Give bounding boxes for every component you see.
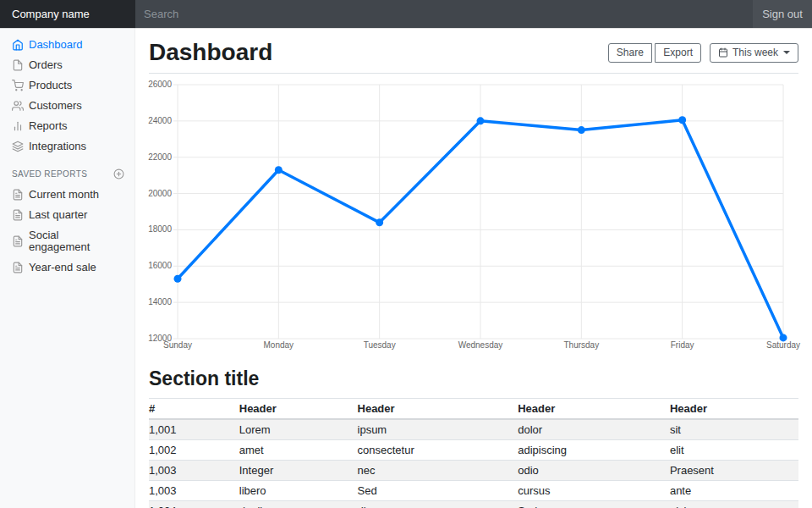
file-text-icon — [12, 235, 24, 247]
sidebar-item-integrations[interactable]: Integrations — [0, 136, 134, 157]
data-table: #HeaderHeaderHeaderHeader 1,001Loremipsu… — [149, 398, 798, 508]
table-cell: 1,004 — [149, 501, 239, 508]
toolbar: Share Export This week — [608, 43, 798, 63]
sidebar-item-year-end-sale[interactable]: Year-end sale — [0, 257, 134, 278]
sidebar-item-customers[interactable]: Customers — [0, 96, 134, 116]
table-cell: consectetur — [358, 440, 518, 461]
shopping-cart-icon — [12, 80, 24, 91]
svg-text:Sunday: Sunday — [163, 340, 192, 350]
sidebar-item-products[interactable]: Products — [0, 75, 134, 96]
table-header-cell: Header — [358, 399, 518, 420]
table-cell: 1,003 — [149, 481, 239, 501]
svg-text:Thursday: Thursday — [563, 340, 599, 350]
svg-text:Friday: Friday — [671, 340, 694, 350]
table-cell: adipiscing — [518, 440, 670, 461]
main-content: Dashboard Share Export This week 1200014… — [135, 28, 812, 508]
table-cell: 1,003 — [149, 461, 239, 481]
sign-out-link[interactable]: Sign out — [753, 0, 812, 28]
sidebar-item-social-engagement[interactable]: Social engagement — [0, 225, 134, 257]
table-cell: cursus — [518, 481, 670, 501]
svg-text:Monday: Monday — [264, 340, 294, 350]
table-row: 1,003IntegernecodioPraesent — [149, 461, 798, 481]
table-cell: ante — [670, 481, 798, 501]
chart-container: 1200014000160001800020000220002400026000… — [149, 79, 798, 354]
svg-text:22000: 22000 — [148, 152, 172, 162]
page-header: Dashboard Share Export This week — [149, 28, 798, 74]
svg-text:16000: 16000 — [148, 261, 172, 270]
table-cell: elit — [670, 440, 798, 461]
sidebar-item-dashboard[interactable]: Dashboard — [0, 35, 134, 55]
sidebar-item-label: Social engagement — [29, 229, 123, 253]
sidebar-item-reports[interactable]: Reports — [0, 116, 134, 136]
table-cell: Praesent — [670, 461, 798, 481]
table-header-cell: Header — [670, 399, 798, 420]
bar-chart-icon — [12, 120, 24, 132]
sidebar-item-last-quarter[interactable]: Last quarter — [0, 205, 134, 225]
svg-text:Wednesday: Wednesday — [458, 340, 503, 350]
sidebar-item-label: Products — [29, 80, 72, 91]
table-cell: Sed — [358, 481, 518, 501]
table-header-cell: Header — [518, 399, 670, 420]
chevron-down-icon — [783, 51, 790, 54]
sidebar-item-label: Customers — [29, 100, 82, 112]
sidebar-item-orders[interactable]: Orders — [0, 55, 134, 75]
table-cell: diam — [358, 501, 518, 508]
svg-text:Tuesday: Tuesday — [364, 340, 396, 350]
file-icon — [12, 59, 24, 71]
table-header-cell: # — [149, 399, 239, 420]
table-cell: amet — [239, 440, 358, 461]
export-button[interactable]: Export — [655, 43, 701, 63]
saved-reports-heading: Saved reports — [0, 157, 134, 185]
saved-reports-label: Saved reports — [12, 169, 87, 179]
table-cell: nec — [358, 461, 518, 481]
svg-text:24000: 24000 — [148, 116, 172, 125]
table-header-cell: Header — [239, 399, 358, 420]
table-cell: sit — [670, 419, 798, 440]
top-navbar: Company name Sign out — [0, 0, 812, 28]
table-row: 1,004dapibusdiamSednisi — [149, 501, 798, 508]
page-title: Dashboard — [149, 39, 272, 66]
svg-text:20000: 20000 — [148, 189, 172, 198]
sidebar-item-label: Year-end sale — [29, 262, 96, 273]
layers-icon — [12, 141, 24, 152]
file-text-icon — [12, 189, 24, 201]
table-body: 1,001Loremipsumdolorsit1,002ametconsecte… — [149, 419, 798, 508]
section-title: Section title — [149, 367, 798, 390]
plus-circle-icon[interactable] — [113, 168, 124, 179]
table-cell: 1,001 — [149, 419, 239, 440]
week-dropdown-button[interactable]: This week — [710, 43, 798, 63]
svg-text:18000: 18000 — [148, 224, 172, 234]
users-icon — [12, 100, 24, 112]
sidebar-item-label: Last quarter — [29, 209, 87, 221]
svg-text:Saturday: Saturday — [766, 340, 800, 350]
table-cell: dolor — [518, 419, 670, 440]
table-header-row: #HeaderHeaderHeaderHeader — [149, 399, 798, 420]
table-cell: odio — [518, 461, 670, 481]
sidebar-item-label: Current month — [29, 189, 99, 201]
calendar-icon — [718, 47, 728, 58]
table-cell: Integer — [239, 461, 358, 481]
table-cell: dapibus — [239, 501, 358, 508]
svg-text:14000: 14000 — [148, 297, 172, 306]
table-cell: nisi — [670, 501, 798, 508]
file-text-icon — [12, 209, 24, 221]
share-export-group: Share Export — [608, 43, 701, 63]
share-button[interactable]: Share — [608, 43, 652, 63]
brand[interactable]: Company name — [0, 0, 135, 28]
sidebar-item-label: Orders — [29, 59, 63, 71]
table-cell: ipsum — [358, 419, 518, 440]
sidebar-item-label: Integrations — [29, 141, 86, 152]
table-row: 1,003liberoSedcursusante — [149, 481, 798, 501]
sidebar-item-label: Reports — [29, 120, 68, 132]
file-text-icon — [12, 262, 24, 273]
week-dropdown-label: This week — [732, 47, 778, 59]
search-input[interactable] — [135, 0, 753, 28]
sidebar: Dashboard Orders Products Customers Repo… — [0, 28, 135, 508]
table-cell: Sed — [518, 501, 670, 508]
sidebar-item-current-month[interactable]: Current month — [0, 185, 134, 205]
svg-text:26000: 26000 — [148, 80, 172, 89]
table-row: 1,001Loremipsumdolorsit — [149, 419, 798, 440]
table-row: 1,002ametconsecteturadipiscingelit — [149, 440, 798, 461]
sidebar-item-label: Dashboard — [29, 39, 83, 51]
table-cell: 1,002 — [149, 440, 239, 461]
